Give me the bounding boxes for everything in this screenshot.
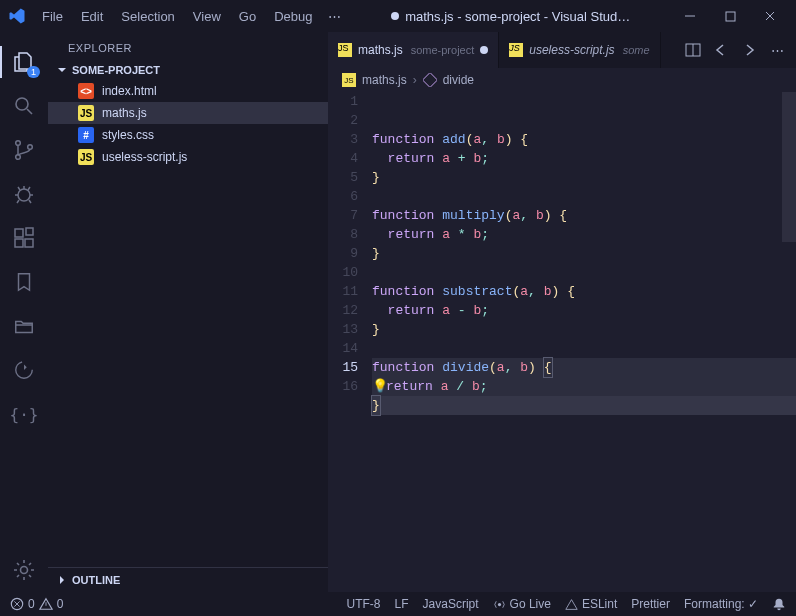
svg-rect-7 (15, 239, 23, 247)
status-prettier[interactable]: Prettier (631, 597, 670, 611)
nav-back-button[interactable] (712, 41, 730, 59)
outline-header[interactable]: OUTLINE (48, 567, 328, 592)
file-name: maths.js (102, 106, 147, 120)
activity-bar: 1 {·} (0, 32, 48, 592)
menu-item-view[interactable]: View (185, 5, 229, 28)
minimap-slider[interactable] (782, 92, 796, 242)
branch-icon (12, 138, 36, 162)
status-eol[interactable]: LF (395, 597, 409, 611)
sidebar-title: EXPLORER (48, 32, 328, 60)
tab-project: some (623, 44, 650, 56)
bug-icon (12, 182, 36, 206)
breadcrumb[interactable]: JS maths.js › divide (328, 68, 796, 92)
outline-label: OUTLINE (72, 574, 120, 586)
menu-item-debug[interactable]: Debug (266, 5, 320, 28)
chevron-right-icon: › (413, 73, 417, 87)
file-row[interactable]: #styles.css (48, 124, 328, 146)
status-formatting[interactable]: Formatting: ✓ (684, 597, 758, 611)
activity-debug[interactable] (0, 172, 48, 216)
activity-settings[interactable] (0, 548, 48, 592)
warning-icon (565, 598, 578, 611)
file-row[interactable]: JSmaths.js (48, 102, 328, 124)
dirty-indicator-icon (391, 12, 399, 20)
svg-point-1 (16, 98, 28, 110)
tab-project: some-project (411, 44, 475, 56)
status-bar: 0 0 UTF-8 LF JavaScript Go Live ESLint P… (0, 592, 796, 616)
nav-forward-button[interactable] (740, 41, 758, 59)
broadcast-icon (493, 598, 506, 611)
vscode-logo-icon (8, 7, 26, 25)
project-header[interactable]: SOME-PROJECT (48, 60, 328, 80)
activity-remote[interactable] (0, 348, 48, 392)
close-button[interactable] (752, 2, 788, 30)
svg-rect-9 (26, 228, 33, 235)
menu-item-selection[interactable]: Selection (113, 5, 182, 28)
explorer-badge: 1 (27, 66, 40, 78)
code-content[interactable]: function add(a, b) { return a + b;} func… (372, 92, 796, 592)
lightbulb-icon[interactable]: 💡 (372, 377, 386, 396)
svg-rect-0 (726, 12, 735, 21)
file-row[interactable]: <>index.html (48, 80, 328, 102)
svg-rect-6 (15, 229, 23, 237)
menu-bar: FileEditSelectionViewGoDebug (34, 5, 320, 28)
dirty-indicator-icon (480, 46, 488, 54)
svg-point-3 (16, 155, 21, 160)
status-language[interactable]: JavaScript (423, 597, 479, 611)
error-icon (10, 597, 24, 611)
tab-bar: JSmaths.jssome-projectJSuseless-script.j… (328, 32, 796, 68)
bookmark-icon (13, 271, 35, 293)
window-controls (672, 2, 788, 30)
window-title: maths.js - some-project - Visual Stud… (349, 9, 672, 24)
circle-arrow-icon (13, 359, 35, 381)
js-file-icon: JS (509, 43, 523, 57)
chevron-down-icon (56, 64, 68, 76)
gear-icon (12, 558, 36, 582)
activity-scm[interactable] (0, 128, 48, 172)
braces-icon: {·} (10, 405, 39, 424)
svg-point-4 (28, 145, 33, 150)
tab-filename: maths.js (358, 43, 403, 57)
menu-item-edit[interactable]: Edit (73, 5, 111, 28)
js-file-icon: JS (342, 73, 356, 87)
editor-group: JSmaths.jssome-projectJSuseless-script.j… (328, 32, 796, 592)
svg-point-5 (18, 189, 30, 201)
status-notifications[interactable] (772, 597, 786, 611)
file-name: styles.css (102, 128, 154, 142)
maximize-button[interactable] (712, 2, 748, 30)
status-encoding[interactable]: UTF-8 (347, 597, 381, 611)
split-editor-button[interactable] (684, 41, 702, 59)
menu-item-file[interactable]: File (34, 5, 71, 28)
search-icon (12, 94, 36, 118)
editor-tab[interactable]: JSuseless-script.jssome (499, 32, 660, 68)
menu-overflow[interactable]: ⋯ (320, 5, 349, 28)
activity-extensions[interactable] (0, 216, 48, 260)
css-file-icon: # (78, 127, 94, 143)
svg-rect-13 (423, 73, 437, 87)
tab-more-button[interactable]: ⋯ (768, 41, 786, 59)
activity-project[interactable] (0, 304, 48, 348)
window-title-text: maths.js - some-project - Visual Stud… (405, 9, 630, 24)
activity-search[interactable] (0, 84, 48, 128)
svg-rect-8 (25, 239, 33, 247)
chevron-right-icon (56, 574, 68, 586)
js-file-icon: JS (78, 149, 94, 165)
editor-tab[interactable]: JSmaths.jssome-project (328, 32, 499, 68)
tab-filename: useless-script.js (529, 43, 614, 57)
activity-bookmark[interactable] (0, 260, 48, 304)
minimize-button[interactable] (672, 2, 708, 30)
breadcrumb-file: maths.js (362, 73, 407, 87)
svg-point-2 (16, 141, 21, 146)
status-golive[interactable]: Go Live (493, 597, 551, 611)
status-eslint[interactable]: ESLint (565, 597, 617, 611)
activity-explorer[interactable]: 1 (0, 40, 48, 84)
menu-item-go[interactable]: Go (231, 5, 264, 28)
code-editor[interactable]: 12345678910111213141516 function add(a, … (328, 92, 796, 592)
svg-point-15 (497, 602, 500, 605)
file-row[interactable]: JSuseless-script.js (48, 146, 328, 168)
html-file-icon: <> (78, 83, 94, 99)
file-name: useless-script.js (102, 150, 187, 164)
activity-json[interactable]: {·} (0, 392, 48, 436)
extensions-icon (12, 226, 36, 250)
line-gutter: 12345678910111213141516 (328, 92, 372, 592)
status-problems[interactable]: 0 0 (10, 597, 63, 611)
